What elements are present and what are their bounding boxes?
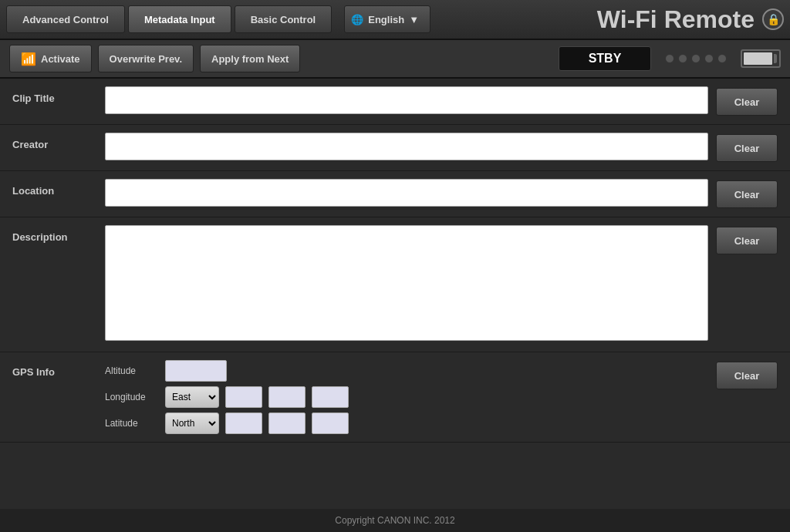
creator-row: Creator Clear [0,125,790,171]
signal-icon: 📶 [21,52,36,66]
latitude-dir-select[interactable]: North South [165,412,219,434]
creator-clear-button[interactable]: Clear [716,134,778,162]
latitude-min-input[interactable] [268,412,306,434]
dot-2 [678,54,687,63]
activate-button[interactable]: 📶 Activate [9,45,92,72]
longitude-min-input[interactable] [268,386,306,408]
header-bar: Advanced Control Metadata Input Basic Co… [0,0,790,40]
clip-title-row: Clip Title Clear [0,79,790,125]
tab-metadata-input[interactable]: Metadata Input [128,5,231,33]
clip-title-input[interactable] [105,86,708,114]
description-row: Description Clear [0,217,790,352]
app-title: Wi-Fi Remote 🔒 [597,5,784,34]
dot-5 [717,54,727,63]
gps-label: GPS Info [12,360,105,378]
longitude-deg-input[interactable] [225,386,262,408]
location-input[interactable] [105,179,708,207]
copyright-text: Copyright CANON INC. 2012 [335,515,454,526]
creator-input[interactable] [105,133,708,160]
description-input[interactable] [105,225,708,341]
clip-title-input-wrap [105,86,708,114]
battery-tip [774,54,777,63]
apply-from-next-button[interactable]: Apply from Next [200,45,300,72]
longitude-label: Longitude [105,392,159,402]
gps-clear-button[interactable]: Clear [716,362,778,389]
chevron-down-icon: ▼ [409,14,419,25]
longitude-dir-select[interactable]: East West [165,386,219,408]
battery-fill [744,52,772,65]
toolbar: 📶 Activate Overwrite Prev. Apply from Ne… [0,40,790,79]
gps-longitude-row: Longitude East West [105,386,708,408]
clip-title-label: Clip Title [12,86,105,104]
location-clear-button[interactable]: Clear [716,180,778,208]
language-selector[interactable]: 🌐 English ▼ [344,5,430,33]
footer: Copyright CANON INC. 2012 [0,509,790,532]
tab-basic-control[interactable]: Basic Control [235,5,333,33]
gps-row: GPS Info Altitude Longitude East West La… [0,352,790,443]
tab-advanced-control[interactable]: Advanced Control [6,5,125,33]
altitude-input[interactable] [165,360,227,382]
location-label: Location [12,179,105,197]
dot-1 [665,54,674,63]
dots-display [665,54,727,63]
latitude-sec-input[interactable] [312,412,349,434]
dot-4 [704,54,714,63]
language-icon: 🌐 [351,14,363,25]
overwrite-prev-button[interactable]: Overwrite Prev. [98,45,194,72]
dot-3 [691,54,701,63]
stby-display: STBY [559,46,651,71]
altitude-label: Altitude [105,365,159,376]
latitude-deg-input[interactable] [225,412,262,434]
longitude-sec-input[interactable] [312,386,349,408]
battery-display [741,49,781,68]
latitude-label: Latitude [105,418,159,429]
creator-label: Creator [12,133,105,150]
lock-icon[interactable]: 🔒 [762,8,784,30]
clip-title-clear-button[interactable]: Clear [716,88,778,116]
gps-section: Altitude Longitude East West Latitude No… [105,360,708,434]
location-input-wrap [105,179,708,207]
description-label: Description [12,225,105,243]
gps-altitude-row: Altitude [105,360,708,382]
main-content: Clip Title Clear Creator Clear Location … [0,79,790,443]
language-label: English [368,14,404,25]
description-clear-button[interactable]: Clear [716,227,778,254]
location-row: Location Clear [0,171,790,217]
gps-latitude-row: Latitude North South [105,412,708,434]
description-input-wrap [105,225,708,344]
creator-input-wrap [105,133,708,160]
